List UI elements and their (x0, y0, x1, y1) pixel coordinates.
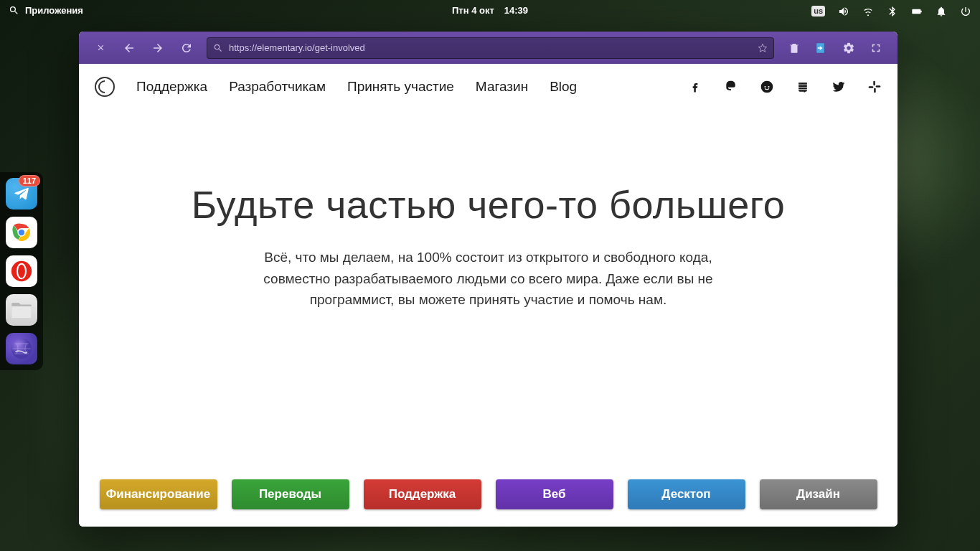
svg-point-8 (761, 80, 773, 93)
chip-support[interactable]: Поддержка (364, 479, 481, 509)
dock-app-web-browser[interactable] (6, 333, 37, 364)
svg-rect-15 (876, 85, 881, 88)
nav-get-involved[interactable]: Принять участие (347, 79, 454, 95)
chip-translations[interactable]: Переводы (232, 479, 349, 509)
notifications-icon[interactable] (936, 6, 947, 17)
dock: 117 (0, 172, 43, 370)
back-button[interactable] (116, 35, 142, 61)
dock-app-chrome[interactable] (6, 217, 37, 248)
trash-button[interactable] (781, 35, 807, 61)
nav-support[interactable]: Поддержка (136, 79, 207, 95)
top-panel: Приложения Птн 4 окт 14:39 us (0, 0, 980, 20)
svg-rect-11 (798, 83, 807, 85)
chip-web[interactable]: Веб (496, 479, 613, 509)
svg-rect-16 (874, 88, 876, 93)
site-header: Поддержка Разработчикам Принять участие … (79, 64, 897, 109)
nav-blog[interactable]: Blog (550, 79, 577, 95)
slack-icon[interactable] (867, 80, 882, 94)
applications-menu[interactable]: Приложения (9, 5, 83, 16)
fullscreen-button[interactable] (863, 35, 889, 61)
svg-rect-13 (798, 87, 807, 89)
chip-desktop[interactable]: Десктоп (628, 479, 745, 509)
nav-developers[interactable]: Разработчикам (229, 79, 326, 95)
stackexchange-icon[interactable] (796, 80, 810, 94)
nav-store[interactable]: Магазин (476, 79, 528, 95)
settings-button[interactable] (836, 35, 862, 61)
browser-toolbar: https://elementary.io/get-involved (79, 32, 897, 64)
browser-window: https://elementary.io/get-involved Подде… (79, 32, 897, 527)
telegram-badge: 117 (19, 175, 40, 187)
dock-app-telegram[interactable]: 117 (6, 178, 37, 209)
volume-icon[interactable] (838, 6, 849, 17)
address-bar[interactable]: https://elementary.io/get-involved (207, 37, 774, 59)
svg-rect-17 (869, 86, 874, 88)
svg-rect-14 (873, 80, 875, 85)
clock[interactable]: Птн 4 окт 14:39 (452, 5, 528, 16)
facebook-icon[interactable] (688, 80, 702, 94)
close-tab-button[interactable] (88, 35, 113, 61)
applications-label: Приложения (25, 5, 83, 16)
forward-button[interactable] (145, 35, 171, 61)
svg-rect-12 (798, 85, 807, 87)
url-text: https://elementary.io/get-involved (229, 42, 752, 53)
dock-app-opera[interactable] (6, 255, 37, 287)
time-text: 14:39 (504, 5, 528, 16)
hero-section: Будьте частью чего-то большего Всё, что … (79, 109, 897, 310)
battery-icon[interactable] (911, 6, 923, 17)
login-button[interactable] (809, 35, 834, 61)
elementary-logo[interactable] (95, 77, 115, 97)
twitter-icon[interactable] (831, 80, 846, 94)
wifi-icon[interactable] (862, 6, 874, 17)
category-chips: Финансирование Переводы Поддержка Веб Де… (79, 479, 897, 509)
chip-funding[interactable]: Финансирование (100, 479, 217, 509)
chip-design[interactable]: Дизайн (760, 479, 877, 509)
reddit-icon[interactable] (760, 80, 774, 94)
mastodon-icon[interactable] (724, 80, 738, 94)
page-content: Поддержка Разработчикам Принять участие … (79, 64, 897, 527)
svg-point-10 (768, 85, 769, 87)
search-icon (213, 43, 223, 53)
svg-point-5 (18, 265, 25, 278)
bookmark-star-icon[interactable] (758, 43, 768, 53)
power-icon[interactable] (960, 6, 971, 17)
svg-point-9 (764, 85, 765, 87)
keyboard-indicator[interactable]: us (811, 6, 825, 17)
reload-button[interactable] (174, 35, 199, 61)
date-text: Птн 4 окт (452, 5, 494, 16)
hero-subtitle: Всё, что мы делаем, на 100% состоит из о… (259, 247, 718, 310)
hero-title: Будьте частью чего-то большего (122, 182, 854, 227)
dock-app-files[interactable] (6, 294, 37, 326)
bluetooth-icon[interactable] (887, 6, 898, 17)
